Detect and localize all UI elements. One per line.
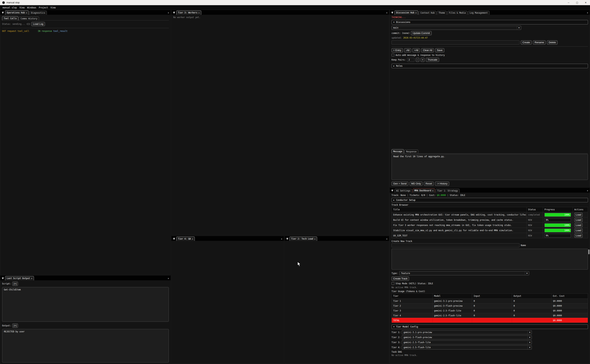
tier3-model-combo[interactable]: gemini-2.5-flash-lite ▼ xyxy=(402,340,532,344)
script-label: Script: xyxy=(2,282,11,285)
collapse-all-button[interactable]: -All xyxy=(404,48,411,52)
discussion-branch-combo[interactable]: main ▼ xyxy=(392,26,521,30)
load-track-button[interactable]: Load xyxy=(574,213,583,217)
roles-collapsible-header[interactable]: ▶ Roles xyxy=(392,64,588,68)
window-menu-icon[interactable] xyxy=(1,277,5,280)
save-button[interactable]: Save xyxy=(435,48,444,52)
tab-tier2-tech-lead[interactable]: Tier 2: Tech Lead ✕ xyxy=(289,237,317,241)
window-menu-icon[interactable] xyxy=(391,189,394,192)
menu-item-windows[interactable]: Windows xyxy=(26,6,38,9)
minimize-button[interactable]: ─ xyxy=(564,0,573,5)
close-tab-icon[interactable]: ✕ xyxy=(416,12,416,14)
discussions-collapsible-header[interactable]: ▼ Discussions xyxy=(392,20,588,24)
close-tab-icon[interactable]: ✕ xyxy=(26,12,27,14)
expand-output-button[interactable]: [+] xyxy=(12,324,18,328)
scrollbar-grip[interactable] xyxy=(588,249,590,254)
tier-model-config-collapsible-header[interactable]: ▼ Tier Model Config xyxy=(392,325,588,329)
close-panel-icon[interactable]: ✕ xyxy=(386,238,387,240)
md-only-button[interactable]: MD Only xyxy=(410,182,423,186)
window-menu-icon[interactable] xyxy=(172,11,176,14)
tab-tier3-workers[interactable]: Tier 3: Workers ✕ xyxy=(176,10,201,15)
gen-send-button[interactable]: Gen + Send xyxy=(392,182,408,186)
keep-pairs-input[interactable] xyxy=(407,58,415,62)
to-history-button[interactable]: -> History xyxy=(435,182,449,186)
window-menu-icon[interactable] xyxy=(391,11,394,14)
create-new-track-label: Create New Track xyxy=(392,240,412,242)
maximize-button[interactable]: ▢ xyxy=(573,0,581,5)
menu-item-manual-slop[interactable]: manual slop xyxy=(1,6,18,9)
close-window-button[interactable]: ✕ xyxy=(581,0,590,5)
close-tab-icon[interactable]: ✕ xyxy=(31,277,32,280)
tab-tier1-strategy[interactable]: Tier 1: Strategy xyxy=(436,189,460,193)
tab-discussion-hub[interactable]: Discussion Hub ✕ xyxy=(395,10,418,15)
tab-files-media[interactable]: Files & Media xyxy=(447,11,468,15)
close-tab-icon[interactable]: ✕ xyxy=(314,238,315,240)
script-textarea[interactable]: Get-ChildItem xyxy=(2,287,169,322)
load-track-button[interactable]: Load xyxy=(574,228,583,233)
close-tab-icon[interactable]: ✕ xyxy=(192,238,193,240)
track-name-input[interactable] xyxy=(392,243,519,247)
menu-item-view-2[interactable]: View xyxy=(49,6,57,9)
update-commit-button[interactable]: Update Commit xyxy=(411,31,432,35)
tab-mma-dashboard[interactable]: MMA Dashboard ✕ xyxy=(413,188,435,193)
window-menu-icon[interactable] xyxy=(1,11,5,14)
tier4-model-combo[interactable]: gemini-2.5-flash-lite ▼ xyxy=(402,345,532,350)
clear-button[interactable] xyxy=(27,23,30,25)
close-panel-icon[interactable]: ✕ xyxy=(587,190,588,192)
expand-script-button[interactable]: [+] xyxy=(12,282,18,286)
discussion-name-input[interactable] xyxy=(392,40,519,45)
tab-theme[interactable]: Theme xyxy=(437,11,447,15)
close-panel-icon[interactable]: ✕ xyxy=(386,12,387,14)
message-textarea[interactable]: Read the first 10 lines of aggregate.py. xyxy=(392,154,588,180)
tab-tool-calls[interactable]: Tool Calls xyxy=(2,16,18,20)
load-track-button[interactable]: Load xyxy=(574,218,583,222)
close-panel-icon[interactable]: ✕ xyxy=(587,12,588,14)
close-tab-icon[interactable]: ✕ xyxy=(432,190,433,192)
keep-pairs-increment-button[interactable]: + xyxy=(421,58,425,62)
keep-pairs-decrement-button[interactable]: - xyxy=(416,58,419,62)
step-mode-checkbox[interactable] xyxy=(392,282,394,285)
track-description-textarea[interactable] xyxy=(392,249,588,270)
close-panel-icon[interactable]: ✕ xyxy=(168,12,169,14)
truncate-button[interactable]: Truncate xyxy=(426,58,439,62)
close-tab-icon[interactable]: ✕ xyxy=(198,12,200,14)
close-panel-icon[interactable]: ✕ xyxy=(281,238,282,240)
table-row: Tier 2 gemini-3-flash-preview 0 0 $0.000… xyxy=(392,303,588,308)
reset-button[interactable]: Reset xyxy=(424,182,434,186)
autoadd-checkbox[interactable] xyxy=(392,54,394,56)
tab-ai-settings[interactable]: AI Settings xyxy=(395,189,412,193)
menu-item-view[interactable]: View xyxy=(18,6,26,9)
table-row: Tier 3 gemini-2.5-flash-lite 0 0 $0.0000 xyxy=(392,308,588,313)
keep-pairs-label: Keep Pairs: xyxy=(392,58,406,61)
window-menu-icon[interactable] xyxy=(172,237,176,240)
create-button[interactable]: Create xyxy=(521,40,532,45)
tab-message[interactable]: Message xyxy=(392,149,404,153)
tier2-model-combo[interactable]: gemini-3-flash-preview ▼ xyxy=(402,335,532,339)
tab-tier4-qa[interactable]: Tier 4: QA ✕ xyxy=(176,237,195,241)
window-menu-icon[interactable] xyxy=(286,237,289,240)
load-log-button[interactable]: Load Log xyxy=(31,22,45,26)
tab-last-script-output[interactable]: Last Script Output ✕ xyxy=(5,276,34,280)
conductor-setup-collapsible-header[interactable]: ▶ Conductor Setup xyxy=(392,198,588,202)
tab-log-management[interactable]: Log Management xyxy=(468,11,489,15)
menu-item-project[interactable]: Project xyxy=(38,6,49,9)
output-textarea[interactable]: REJECTED by user xyxy=(2,329,169,363)
clear-all-button[interactable]: Clear All xyxy=(421,48,434,52)
create-track-button[interactable]: Create Track xyxy=(392,277,409,281)
load-track-button[interactable]: Load xyxy=(574,234,583,238)
tier1-model-combo[interactable]: gemini-3.1-pro-preview ▼ xyxy=(402,330,532,334)
close-panel-icon[interactable]: ✕ xyxy=(168,277,169,280)
expand-all-button[interactable]: +All xyxy=(412,48,420,52)
add-entry-button[interactable]: + Entry xyxy=(392,48,403,52)
delete-button[interactable]: Delete xyxy=(547,40,557,45)
track-type-combo[interactable]: feature ▼ xyxy=(399,271,529,275)
tab-operations-hub[interactable]: Operations Hub ✕ xyxy=(5,10,29,15)
rename-button[interactable]: Rename xyxy=(533,40,546,45)
tab-comms-history[interactable]: Comms History xyxy=(19,17,39,20)
tab-diagnostics[interactable]: Diagnostics xyxy=(29,11,47,15)
menu-bar: manual slop View Windows Project View xyxy=(0,5,590,10)
tab-context-hub[interactable]: Context Hub xyxy=(419,11,436,15)
load-track-button[interactable]: Load xyxy=(574,223,583,227)
tab-response[interactable]: Response xyxy=(404,150,418,153)
track-status-line: Track: None | Tickets: 0/0 | Cost: $0.00… xyxy=(392,194,465,196)
